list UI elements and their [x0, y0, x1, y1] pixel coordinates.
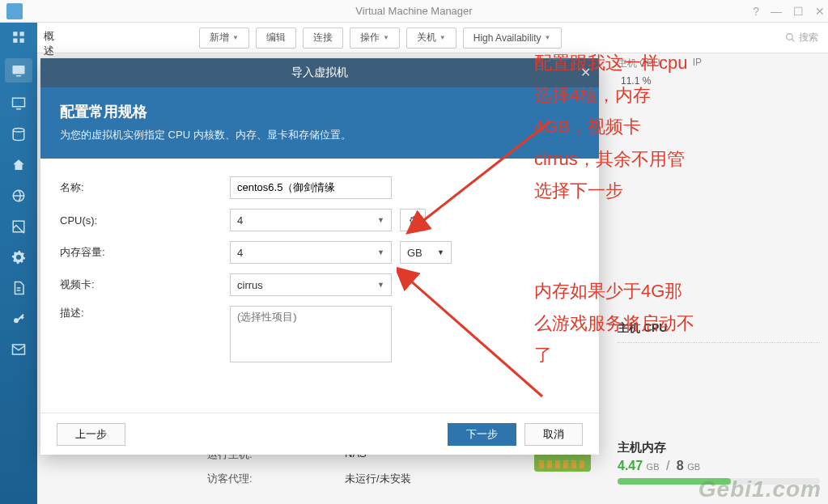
sidebar-network-icon[interactable]	[9, 186, 28, 205]
sidebar-key-icon[interactable]	[9, 309, 28, 328]
sidebar-storage-icon[interactable]	[9, 125, 28, 144]
dialog-heading: 配置常用规格	[60, 102, 580, 121]
dialog-header: 配置常用规格 为您的虚拟机实例指定 CPU 内核数、内存、显卡和存储位置。	[40, 87, 599, 159]
svg-rect-3	[20, 39, 24, 43]
col-ip: IP	[693, 57, 702, 70]
cpu-percent: 11.1 %	[621, 75, 820, 87]
dialog-title: 导入虚拟机	[291, 66, 348, 80]
svg-rect-6	[13, 98, 25, 107]
sidebar-image-icon[interactable]	[9, 217, 28, 236]
dialog-footer: 上一步 下一步 取消	[40, 413, 599, 455]
dialog-subheading: 为您的虚拟机实例指定 CPU 内核数、内存、显卡和存储位置。	[60, 128, 580, 142]
left-sidebar: 概述	[0, 23, 37, 504]
maximize-button[interactable]: ☐	[793, 5, 804, 18]
svg-point-7	[13, 129, 24, 133]
sidebar-dashboard-icon[interactable]	[9, 28, 28, 47]
window-titlebar: Virtual Machine Manager ? — ☐ ✕	[0, 0, 828, 23]
col-host-cpu: 主机 CPU	[618, 57, 660, 70]
sidebar-monitor-icon[interactable]	[9, 94, 28, 113]
host-memory-value: 4.47 GB / 8 GB	[618, 459, 820, 473]
video-select[interactable]: cirrus▼	[230, 273, 392, 296]
import-vm-dialog: 导入虚拟机 ✕ 配置常用规格 为您的虚拟机实例指定 CPU 内核数、内存、显卡和…	[40, 58, 599, 455]
sidebar-vm-icon[interactable]	[5, 58, 32, 83]
gear-icon	[407, 214, 419, 227]
edit-button[interactable]: 编辑	[256, 28, 296, 49]
cpu-settings-button[interactable]	[400, 209, 426, 231]
main-toolbar: 新增▼ 编辑 连接 操作▼ 关机▼ High Availability▼ 搜索	[0, 23, 828, 53]
svg-rect-0	[13, 32, 17, 36]
cancel-button[interactable]: 取消	[524, 423, 583, 446]
guest-agent-label: 访客代理:	[207, 472, 345, 486]
section-host-cpu: 主机 CPU	[618, 321, 820, 336]
guest-agent-value: 未运行/未安装	[345, 472, 411, 486]
shutdown-button[interactable]: 关机▼	[406, 28, 456, 49]
search-icon	[785, 32, 796, 43]
svg-rect-5	[16, 75, 21, 77]
sidebar-log-icon[interactable]	[9, 278, 28, 298]
minimize-button[interactable]: —	[771, 5, 782, 18]
video-label: 视频卡:	[60, 277, 230, 292]
ha-button[interactable]: High Availability▼	[463, 28, 562, 49]
desc-textarea[interactable]	[230, 306, 392, 362]
next-button[interactable]: 下一步	[448, 423, 516, 446]
connect-button[interactable]: 连接	[303, 28, 343, 49]
memory-unit-select[interactable]: GB▼	[400, 241, 452, 264]
action-button[interactable]: 操作▼	[350, 28, 400, 49]
search-box[interactable]: 搜索	[785, 31, 818, 44]
name-label: 名称:	[60, 180, 230, 195]
close-button[interactable]: ✕	[815, 5, 825, 18]
vm-info-panel: 运行主机:NAS 访客代理:未运行/未安装	[207, 447, 411, 496]
svg-rect-2	[13, 39, 17, 43]
watermark: Gebi1.com	[698, 476, 822, 502]
new-button[interactable]: 新增▼	[199, 28, 249, 49]
sidebar-home-icon[interactable]	[9, 155, 28, 175]
svg-rect-4	[13, 66, 25, 74]
divider	[618, 342, 820, 343]
search-placeholder: 搜索	[799, 31, 818, 44]
cpu-label: CPU(s):	[60, 214, 230, 227]
host-memory-label: 主机内存	[618, 440, 820, 455]
right-info-pane: 主机 CPU IP 11.1 % 主机 CPU 主机内存 4.47 GB / 8…	[618, 57, 820, 485]
prev-button[interactable]: 上一步	[57, 423, 125, 446]
window-title: Virtual Machine Manager	[355, 5, 472, 17]
help-button[interactable]: ?	[753, 5, 759, 18]
dialog-close-icon[interactable]: ✕	[580, 65, 591, 80]
tab-overview[interactable]: 概述	[44, 29, 54, 58]
dialog-titlebar: 导入虚拟机 ✕	[40, 58, 599, 87]
sidebar-settings-icon[interactable]	[9, 248, 28, 267]
name-input[interactable]	[230, 176, 392, 199]
cpu-select[interactable]: 4▼	[230, 209, 392, 231]
svg-point-10	[14, 318, 19, 323]
memory-select[interactable]: 4▼	[230, 241, 392, 264]
desc-label: 描述:	[60, 306, 230, 320]
memory-label: 内存容量:	[60, 245, 230, 260]
app-icon	[6, 3, 23, 19]
svg-rect-1	[20, 32, 24, 36]
svg-point-12	[787, 34, 793, 40]
sidebar-mail-icon[interactable]	[9, 340, 28, 359]
